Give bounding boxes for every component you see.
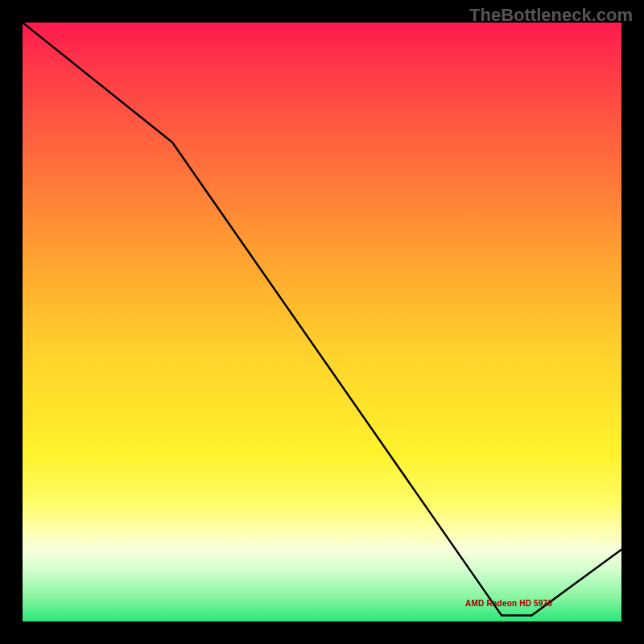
gpu-annotation: AMD Radeon HD 5970 — [465, 599, 552, 608]
bottleneck-curve — [23, 23, 621, 616]
chart-plot-area: AMD Radeon HD 5970 — [23, 23, 621, 621]
chart-line-layer — [23, 23, 621, 621]
watermark-text: TheBottleneck.com — [469, 5, 633, 26]
